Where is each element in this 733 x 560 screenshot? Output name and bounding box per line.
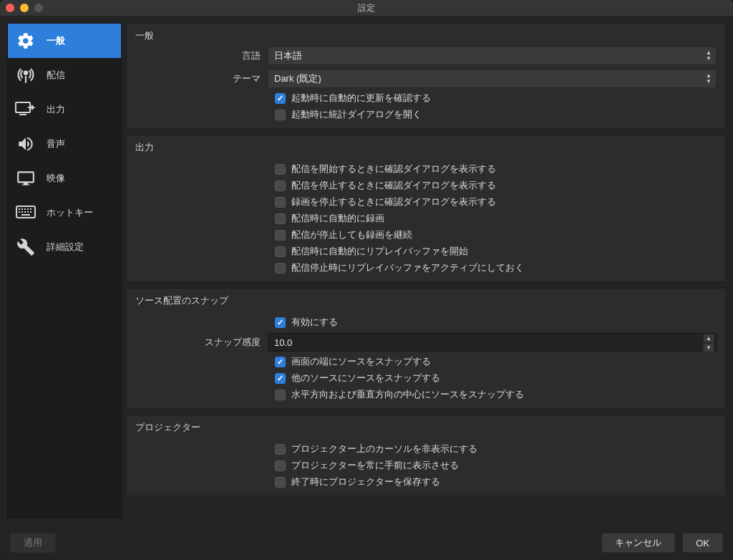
select-value: 日本語 — [274, 49, 302, 62]
checkbox-label: プロジェクターを常に手前に表示させる — [291, 459, 459, 472]
checkbox-icon — [275, 477, 286, 488]
checkbox-label: 起動時に統計ダイアログを開く — [291, 108, 422, 121]
checkbox-proj-save-exit[interactable]: 終了時にプロジェクターを保存する — [135, 475, 717, 488]
label-snap-sensitivity: スナップ感度 — [135, 336, 261, 349]
checkbox-label: 起動時に自動的に更新を確認する — [291, 92, 431, 105]
checkbox-auto-record[interactable]: 配信時に自動的に録画 — [135, 212, 717, 225]
svg-rect-5 — [24, 208, 26, 210]
sidebar-item-label: 詳細設定 — [47, 241, 84, 254]
sidebar-item-output[interactable]: 出力 — [8, 92, 121, 127]
minimize-window-button[interactable] — [20, 4, 29, 12]
tools-icon — [15, 236, 37, 258]
svg-rect-9 — [21, 211, 23, 213]
checkbox-snap-center[interactable]: 水平方向および垂直方向の中心にソースをスナップする — [135, 388, 717, 401]
checkbox-open-stats[interactable]: 起動時に統計ダイアログを開く — [135, 108, 717, 121]
updown-icon: ▲▼ — [703, 72, 714, 86]
footer: 適用 キャンセル OK — [0, 526, 733, 560]
svg-rect-4 — [21, 208, 23, 210]
input-snap-sensitivity[interactable]: 10.0 ▲▼ — [268, 333, 717, 352]
checkbox-label: プロジェクター上のカーソルを非表示にする — [291, 443, 477, 455]
svg-rect-13 — [21, 214, 30, 216]
svg-rect-6 — [27, 208, 29, 210]
checkbox-label: 配信時に自動的にリプレイバッファを開始 — [291, 245, 468, 258]
sidebar-item-label: 映像 — [47, 172, 65, 185]
settings-content: 一般 言語 日本語 ▲▼ テーマ Dark (既定) — [126, 23, 726, 518]
checkbox-icon — [275, 373, 286, 384]
keyboard-icon — [15, 202, 37, 223]
window-title: 設定 — [358, 2, 375, 14]
checkbox-snap-other[interactable]: 他のソースにソースをスナップする — [135, 372, 717, 385]
checkbox-icon — [275, 390, 286, 400]
traffic-lights — [6, 4, 43, 12]
spinner-icon[interactable]: ▲▼ — [703, 334, 714, 351]
cancel-button[interactable]: キャンセル — [601, 533, 675, 553]
checkbox-proj-hide-cursor[interactable]: プロジェクター上のカーソルを非表示にする — [135, 443, 717, 455]
svg-rect-8 — [19, 211, 20, 213]
checkbox-snap-edge[interactable]: 画面の端にソースをスナップする — [135, 355, 717, 368]
checkbox-icon — [275, 357, 286, 367]
checkbox-icon — [275, 230, 286, 241]
svg-rect-1 — [19, 114, 26, 115]
select-theme[interactable]: Dark (既定) ▲▼ — [268, 69, 717, 88]
sidebar-item-label: 出力 — [47, 103, 65, 116]
apply-button[interactable]: 適用 — [10, 533, 56, 553]
checkbox-label: 配信を開始するときに確認ダイアログを表示する — [291, 163, 496, 175]
sidebar-item-label: ホットキー — [47, 206, 93, 219]
sidebar-item-label: 音声 — [47, 137, 65, 150]
input-value: 10.0 — [274, 337, 292, 348]
close-window-button[interactable] — [6, 4, 14, 12]
label-theme: テーマ — [135, 72, 261, 85]
checkbox-keep-replay-buffer[interactable]: 配信停止時にリプレイバッファをアクティブにしておく — [135, 261, 717, 274]
group-output: 出力 配信を開始するときに確認ダイアログを表示する 配信を停止するときに確認ダイ… — [126, 135, 726, 282]
checkbox-label: 画面の端にソースをスナップする — [291, 355, 431, 368]
select-value: Dark (既定) — [274, 72, 321, 85]
titlebar: 設定 — [0, 0, 733, 16]
checkbox-confirm-stop-record[interactable]: 録画を停止するときに確認ダイアログを表示する — [135, 195, 717, 208]
checkbox-auto-replay-buffer[interactable]: 配信時に自動的にリプレイバッファを開始 — [135, 245, 717, 258]
group-title: 一般 — [135, 29, 717, 42]
checkbox-label: 録画を停止するときに確認ダイアログを表示する — [291, 195, 496, 208]
group-title: ソース配置のスナップ — [135, 294, 717, 307]
checkbox-proj-always-top[interactable]: プロジェクターを常に手前に表示させる — [135, 459, 717, 472]
group-general: 一般 言語 日本語 ▲▼ テーマ Dark (既定) — [126, 23, 726, 129]
checkbox-label: 終了時にプロジェクターを保存する — [291, 475, 440, 488]
speaker-icon — [15, 133, 37, 155]
group-title: 出力 — [135, 141, 717, 154]
checkbox-icon — [275, 213, 286, 224]
checkbox-icon — [275, 263, 286, 274]
checkbox-icon — [275, 180, 286, 191]
sidebar-item-advanced[interactable]: 詳細設定 — [8, 230, 121, 264]
sidebar-item-general[interactable]: 一般 — [8, 24, 121, 58]
checkbox-label: 配信を停止するときに確認ダイアログを表示する — [291, 179, 496, 192]
sidebar-item-stream[interactable]: 配信 — [8, 58, 121, 92]
updown-icon: ▲▼ — [703, 49, 714, 63]
sidebar-item-video[interactable]: 映像 — [8, 161, 121, 195]
checkbox-icon — [275, 317, 286, 328]
checkbox-icon — [275, 246, 286, 257]
checkbox-label: 配信停止時にリプレイバッファをアクティブにしておく — [291, 261, 524, 274]
checkbox-check-updates[interactable]: 起動時に自動的に更新を確認する — [135, 92, 717, 105]
checkbox-icon — [275, 164, 286, 175]
svg-rect-7 — [30, 208, 31, 210]
checkbox-label: 有効にする — [291, 316, 338, 329]
checkbox-snap-enable[interactable]: 有効にする — [135, 316, 717, 329]
checkbox-icon — [275, 444, 286, 455]
sidebar-item-audio[interactable]: 音声 — [8, 127, 121, 161]
maximize-window-button[interactable] — [34, 4, 43, 12]
checkbox-keep-recording[interactable]: 配信が停止しても録画を継続 — [135, 228, 717, 241]
checkbox-icon — [275, 197, 286, 208]
svg-rect-10 — [24, 211, 26, 213]
svg-rect-11 — [27, 211, 29, 213]
ok-button[interactable]: OK — [682, 533, 723, 553]
checkbox-label: 水平方向および垂直方向の中心にソースをスナップする — [291, 388, 524, 401]
sidebar-item-label: 配信 — [47, 69, 65, 82]
gear-icon — [15, 30, 37, 52]
label-language: 言語 — [135, 49, 261, 62]
checkbox-label: 配信が停止しても録画を継続 — [291, 228, 412, 241]
sidebar-item-label: 一般 — [47, 34, 65, 47]
sidebar-item-hotkeys[interactable]: ホットキー — [8, 195, 121, 230]
select-language[interactable]: 日本語 ▲▼ — [268, 47, 717, 65]
checkbox-confirm-start-stream[interactable]: 配信を開始するときに確認ダイアログを表示する — [135, 163, 717, 175]
checkbox-confirm-stop-stream[interactable]: 配信を停止するときに確認ダイアログを表示する — [135, 179, 717, 192]
checkbox-icon — [275, 460, 286, 471]
